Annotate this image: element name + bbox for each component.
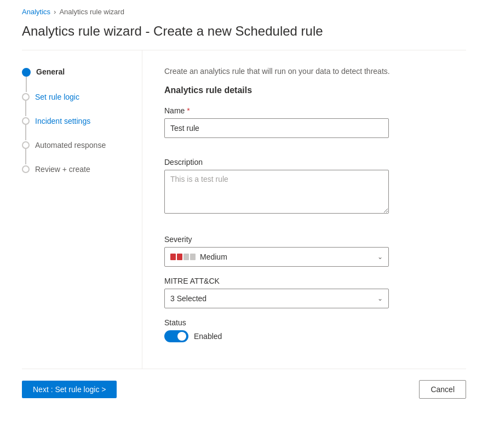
step-dot-set-rule-logic [22, 93, 30, 101]
step-dot-automated-response [22, 141, 30, 149]
page-title: Analytics rule wizard - Create a new Sch… [0, 21, 488, 50]
mitre-field-group: MITRE ATT&CK 3 Selected ⌄ [164, 277, 450, 308]
chevron-down-icon-mitre: ⌄ [377, 295, 383, 302]
toggle-container: Enabled [164, 330, 450, 342]
mitre-value: 3 Selected [170, 294, 206, 303]
cancel-button[interactable]: Cancel [419, 380, 466, 399]
main-layout: General Set rule logic Incident settings [22, 50, 466, 369]
description-field-group: Description This is a test rule [164, 158, 450, 225]
sidebar: General Set rule logic Incident settings [22, 50, 142, 369]
step-label-review-create: Review + create [30, 164, 90, 186]
name-field-group: Name * [164, 106, 450, 148]
status-field-group: Status Enabled [164, 318, 450, 342]
step-label-incident-settings: Incident settings [30, 116, 90, 138]
status-toggle[interactable] [164, 330, 188, 342]
step-col-incident-settings [22, 116, 30, 140]
severity-block-1 [170, 254, 176, 260]
step-col-review-create [22, 164, 30, 173]
section-title: Analytics rule details [164, 85, 450, 95]
step-label-set-rule-logic: Set rule logic [30, 92, 79, 114]
step-col-automated-response [22, 140, 30, 164]
mitre-label: MITRE ATT&CK [164, 277, 450, 285]
step-label-automated-response: Automated response [30, 140, 106, 162]
step-dot-general [22, 68, 31, 77]
toggle-label: Enabled [194, 332, 222, 341]
content-intro: Create an analytics rule that will run o… [164, 67, 450, 76]
severity-dropdown[interactable]: Medium ⌄ [164, 247, 389, 267]
name-input[interactable] [164, 118, 389, 138]
name-required-star: * [187, 106, 190, 115]
content-panel: Create an analytics rule that will run o… [142, 50, 466, 369]
sidebar-step-incident-settings[interactable]: Incident settings [22, 116, 131, 140]
toggle-thumb [177, 332, 186, 341]
severity-field-group: Severity Medium ⌄ [164, 235, 450, 267]
severity-value: Medium [200, 252, 227, 261]
severity-icon [170, 254, 196, 260]
severity-block-4 [190, 254, 196, 260]
step-dot-incident-settings [22, 117, 30, 125]
severity-block-2 [177, 254, 182, 260]
severity-block-3 [183, 254, 189, 260]
chevron-down-icon: ⌄ [377, 253, 383, 261]
next-button[interactable]: Next : Set rule logic > [22, 381, 117, 398]
description-input[interactable]: This is a test rule [164, 170, 389, 214]
step-dot-review-create [22, 165, 30, 173]
severity-dropdown-left: Medium [170, 252, 227, 261]
step-line-3 [25, 125, 26, 140]
mitre-dropdown-left: 3 Selected [170, 294, 206, 303]
breadcrumb: Analytics › Analytics rule wizard [0, 0, 488, 21]
mitre-dropdown[interactable]: 3 Selected ⌄ [164, 289, 389, 308]
description-label: Description [164, 158, 450, 166]
step-line-1 [26, 77, 27, 92]
step-col-set-rule-logic [22, 92, 30, 116]
breadcrumb-analytics-link[interactable]: Analytics [22, 8, 50, 16]
name-label: Name * [164, 106, 450, 115]
breadcrumb-separator: › [54, 8, 56, 16]
footer: Next : Set rule logic > Cancel [0, 369, 488, 410]
breadcrumb-current: Analytics rule wizard [59, 8, 124, 16]
status-label: Status [164, 318, 450, 327]
severity-label: Severity [164, 235, 450, 244]
step-label-general: General [31, 67, 65, 89]
sidebar-step-automated-response[interactable]: Automated response [22, 140, 131, 164]
step-line-4 [25, 149, 26, 164]
sidebar-step-general[interactable]: General [22, 67, 131, 92]
sidebar-step-review-create[interactable]: Review + create [22, 164, 131, 186]
sidebar-step-set-rule-logic[interactable]: Set rule logic [22, 92, 131, 116]
step-line-2 [25, 101, 26, 116]
step-col-general [22, 67, 31, 92]
